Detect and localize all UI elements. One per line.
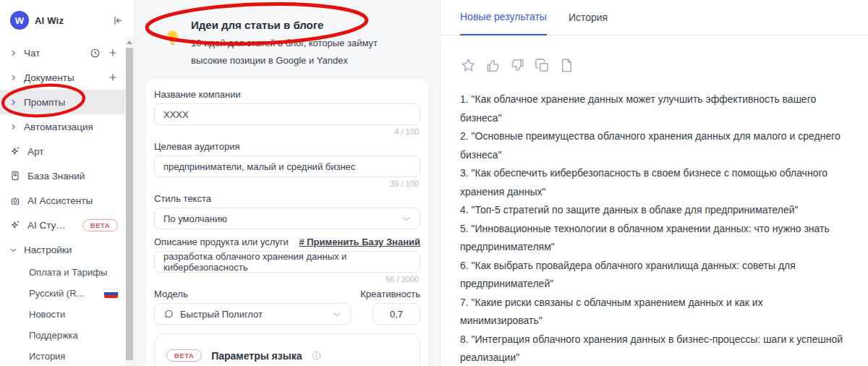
clock-icon [90, 48, 101, 59]
sidebar-item-news[interactable]: Новости [0, 304, 125, 325]
logo-row: W AI Wiz [0, 0, 134, 41]
prompt-panel: Идеи для статьи в блоге 10 идей для стат… [135, 0, 440, 366]
audience-label: Целевая аудитория [154, 141, 420, 152]
scroll-up-arrow-icon [127, 41, 132, 44]
add-chat-button[interactable] [108, 48, 118, 58]
collapse-sidebar-button[interactable] [111, 14, 124, 27]
sidebar-item-ai-assistants[interactable]: AI Ассистенты [0, 188, 125, 213]
sidebar-item-ai-studio[interactable]: AI Студия BETA [0, 213, 125, 237]
sidebar-item-settings[interactable]: Настройки [0, 237, 125, 262]
brand-name: AI Wiz [35, 15, 64, 26]
sidebar-item-label: Автоматизация [24, 122, 93, 132]
prompt-header-text: Идеи для статьи в блоге 10 идей для стат… [191, 13, 408, 69]
result-item: 8. "Интеграция облачного хранения данных… [460, 331, 848, 366]
sidebar-item-label: Новости [29, 309, 65, 320]
creativity-input[interactable]: 0,7 [373, 303, 420, 325]
thumbs-up-icon [485, 57, 501, 74]
sidebar-item-support[interactable]: Поддержка [0, 325, 125, 346]
book-icon [9, 170, 21, 182]
result-item: 3. "Как обеспечить кибербезопасность в с… [460, 164, 848, 201]
product-description-counter: 56 / 3000 [154, 275, 419, 284]
dislike-button[interactable] [509, 57, 526, 74]
sidebar-item-billing[interactable]: Оплата и Тарифы [0, 262, 125, 283]
product-description-input[interactable]: разработка облачного хранения данных и к… [154, 251, 420, 273]
sidebar-item-label: Промпты [24, 97, 65, 108]
chevron-right-icon [9, 98, 17, 106]
language-parameters-card: BETA Параметры языка [154, 333, 420, 366]
chevron-down-icon [9, 246, 17, 254]
product-description-label-row: Описание продукта или услуги # Применить… [154, 237, 420, 247]
favorite-button[interactable] [460, 57, 477, 74]
app-window: W AI Wiz Чат Документы [0, 0, 868, 366]
sidebar-scrollbar[interactable] [125, 38, 134, 366]
plus-icon [108, 72, 118, 82]
text-style-select[interactable]: По умолчанию [154, 208, 420, 229]
sidebar-item-label: Настройки [24, 244, 72, 255]
result-actions [460, 57, 848, 74]
results-area: 1. "Как облачное хранение данных может у… [441, 35, 868, 366]
text-style-value: По умолчанию [163, 213, 227, 224]
audience-counter: 39 / 100 [154, 179, 419, 188]
prompt-header: Идеи для статьи в блоге 10 идей для стат… [135, 0, 440, 69]
prompt-description: 10 идей для статей в блог, которые займу… [191, 35, 408, 69]
beta-badge: BETA [82, 219, 118, 231]
sparkles-icon [9, 145, 21, 157]
sidebar-item-label: Оплата и Тарифы [29, 267, 107, 278]
info-icon[interactable] [311, 350, 322, 361]
scrollbar-thumb[interactable] [126, 48, 133, 360]
russian-flag-icon [104, 289, 118, 298]
like-button[interactable] [485, 57, 501, 74]
beta-badge: BETA [166, 349, 202, 362]
prompt-form-card: Название компании XXXX 4 / 100 Целевая а… [146, 79, 428, 366]
thumbs-down-icon [509, 57, 526, 74]
prompt-title: Идеи для статьи в блоге [191, 13, 408, 31]
sidebar-item-label: Русский (R... [29, 288, 84, 299]
audience-input[interactable]: предприниматели, малый и средний бизнес [154, 156, 420, 177]
plus-icon [108, 48, 118, 58]
company-name-label: Название компании [154, 89, 420, 100]
sidebar-item-label: AI Ассистенты [27, 195, 93, 206]
chevron-right-icon [9, 74, 17, 82]
result-item: 7. "Какие риски связаны с облачным хране… [460, 294, 848, 331]
results-tabbar: Новые результаты История [441, 0, 868, 35]
sidebar-item-label: Чат [24, 48, 40, 59]
sidebar-item-art[interactable]: Арт [0, 139, 125, 163]
sidebar-item-label: История [29, 351, 65, 362]
sidebar-item-documents[interactable]: Документы [0, 65, 125, 90]
sidebar-item-language[interactable]: Русский (R... [0, 283, 125, 304]
brand-logo-icon: W [10, 11, 29, 30]
text-style-label: Стиль текста [154, 193, 420, 204]
sidebar-item-label: Документы [24, 72, 75, 83]
sidebar-item-label: Арт [27, 146, 43, 157]
chat-history-button[interactable] [90, 48, 101, 59]
sparkle-icon [9, 219, 21, 231]
sidebar-item-chat[interactable]: Чат [0, 41, 125, 65]
company-name-input[interactable]: XXXX [154, 103, 420, 125]
result-item: 6. "Как выбрать провайдера облачного хра… [460, 257, 848, 294]
model-row: Быстрый Полиглот 0,7 [154, 303, 420, 325]
sidebar-item-label: AI Студия [27, 220, 70, 231]
chevron-down-icon [332, 310, 341, 319]
creativity-label: Креативность [360, 289, 420, 299]
sidebar-item-knowledge-base[interactable]: База Знаний [0, 163, 125, 188]
tab-new-results[interactable]: Новые результаты [460, 11, 547, 35]
export-document-button[interactable] [558, 57, 575, 74]
sidebar-nav: Чат Документы Промпты Автоматизация [0, 41, 125, 366]
sidebar-item-automation[interactable]: Автоматизация [0, 114, 125, 139]
copy-button[interactable] [534, 57, 550, 74]
model-select[interactable]: Быстрый Полиглот [154, 303, 351, 325]
product-description-label: Описание продукта или услуги [154, 237, 289, 247]
sidebar-item-history[interactable]: История [0, 346, 125, 366]
collapse-icon [111, 14, 124, 27]
result-item: 5. "Инновационные технологии в облачном … [460, 220, 848, 257]
tab-history[interactable]: История [569, 12, 608, 35]
language-parameters-title: Параметры языка [211, 350, 302, 362]
apply-knowledge-base-link[interactable]: # Применить Базу Знаний [299, 237, 420, 247]
results-panel: Новые результаты История 1. "Как облачно… [440, 0, 868, 366]
sidebar-item-prompts[interactable]: Промпты [0, 90, 125, 114]
lightbulb-icon [163, 29, 182, 69]
star-icon [460, 57, 477, 74]
add-document-button[interactable] [108, 72, 118, 82]
result-item: 1. "Как облачное хранение данных может у… [460, 90, 848, 127]
chevron-right-icon [9, 49, 17, 57]
